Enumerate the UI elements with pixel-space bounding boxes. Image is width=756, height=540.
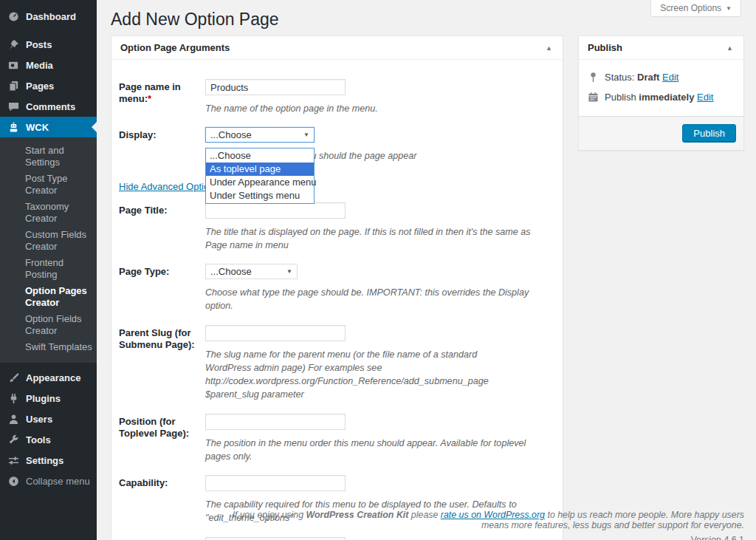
calendar-icon [588,92,599,103]
publish-panel-title: Publish [588,42,622,53]
screen-options-button[interactable]: Screen Options ▼ [650,0,741,17]
schedule-value: immediately [639,92,694,103]
admin-content: Screen Options ▼ Add New Option Page Opt… [97,0,756,540]
field-description: The slug name for the parent menu (or th… [205,348,515,402]
comment-icon [8,101,19,112]
submenu-item-custom-fields-creator[interactable]: Custom Fields Creator [0,227,97,255]
form-row-display: Display: ...Choose ▼ Choose where in the… [119,127,548,163]
status-value: Draft [637,72,659,83]
sidebar-item-settings[interactable]: Settings [0,450,97,471]
field-description: Choose what type the page should be. IMP… [205,286,530,313]
select-caret-icon: ▼ [286,268,292,275]
dropdown-option-toplevel[interactable]: As toplevel page [206,163,314,176]
sliders-icon [8,455,19,466]
sidebar-item-label: Settings [26,455,63,466]
wck-robot-icon [8,122,19,133]
field-label: Page Title: [119,202,205,253]
form-row-page-title: Page Title: The title that is displayed … [119,202,548,253]
publish-panel: Publish ▲ Status: Draft Edit Publish imm… [578,35,744,151]
sidebar-item-tools[interactable]: Tools [0,429,97,450]
footer-brand: WordPress Creation Kit [306,510,409,520]
display-select[interactable]: ...Choose ▼ [205,127,315,143]
submenu-item-taxonomy-creator[interactable]: Taxonomy Creator [0,199,97,227]
field-description: The name of the option page in the menu. [205,102,530,115]
publish-button[interactable]: Publish [682,124,736,143]
submenu-item-post-type-creator[interactable]: Post Type Creator [0,171,97,199]
schedule-line: Publish immediately Edit [588,92,735,103]
footer-thanks-text: If you enjoy using WordPress Creation Ki… [205,510,744,530]
edit-schedule-link[interactable]: Edit [697,92,713,103]
field-label: Position (for Toplevel Page): [119,414,205,464]
sidebar-item-comments[interactable]: Comments [0,96,97,117]
sidebar-item-label: Plugins [26,393,61,404]
dashboard-icon [8,11,19,22]
submenu-item-swift-templates[interactable]: Swift Templates [0,339,97,355]
option-page-arguments-panel: Option Page Arguments ▲ Page name in men… [111,35,563,540]
sidebar-item-pages[interactable]: Pages [0,75,97,96]
submenu-item-frontend-posting[interactable]: Frontend Posting [0,255,97,283]
field-description: The title that is displayed on the page.… [205,225,548,253]
sidebar-item-plugins[interactable]: Plugins [0,388,97,409]
field-label: Parent Slug (for Submenu Page): [119,325,205,402]
edit-status-link[interactable]: Edit [662,72,678,83]
form-row-page-name: Page name in menu:* The name of the opti… [119,79,548,115]
required-marker: * [148,93,151,104]
sidebar-item-label: Collapse menu [26,476,90,487]
chevron-down-icon: ▼ [726,5,732,12]
rate-us-link[interactable]: rate us on WordPress.org [441,510,545,520]
pushpin-icon [8,39,19,50]
admin-footer: If you enjoy using WordPress Creation Ki… [205,510,744,540]
parent-slug-input[interactable] [205,325,346,341]
submenu-item-option-pages-creator[interactable]: Option Pages Creator [0,283,97,311]
submenu-item-start-and-settings[interactable]: Start and Settings [0,143,97,171]
sidebar-item-users[interactable]: Users [0,409,97,429]
dropdown-option-settings[interactable]: Under Settings menu [206,189,314,202]
publish-panel-header: Publish ▲ [579,36,743,60]
sidebar-item-collapse-menu[interactable]: Collapse menu [0,471,97,491]
hide-advanced-options-link[interactable]: Hide Advanced Options [119,181,219,192]
field-description: The position in the menu order this menu… [205,437,548,464]
sidebar-item-media[interactable]: Media [0,55,97,75]
field-label: Capability: [119,475,205,525]
sidebar-item-label: WCK [26,122,49,133]
collapse-toggle-icon[interactable]: ▲ [725,44,735,52]
publishing-actions: Publish [579,116,743,150]
panel-body: Page name in menu:* The name of the opti… [111,60,563,540]
schedule-text: Publish immediately Edit [605,92,713,103]
wck-submenu: Start and Settings Post Type Creator Tax… [0,137,97,363]
field-label: Display: [119,127,205,163]
collapse-toggle-icon[interactable]: ▲ [544,44,554,52]
select-caret-icon: ▼ [303,131,309,138]
form-row-position: Position (for Toplevel Page): The positi… [119,414,548,464]
dropdown-option-appearance[interactable]: Under Appearance menu [206,176,314,189]
sidebar-item-label: Tools [26,434,51,445]
form-row-parent-slug: Parent Slug (for Submenu Page): The slug… [119,325,548,402]
sidebar-item-label: Appearance [26,372,80,383]
submenu-item-option-fields-creator[interactable]: Option Fields Creator [0,311,97,339]
sidebar-item-label: Media [26,60,53,71]
capability-input[interactable] [205,475,346,491]
sidebar-item-dashboard[interactable]: Dashboard [0,6,97,27]
page-type-select[interactable]: ...Choose ▼ [205,264,298,279]
user-icon [8,414,19,425]
media-icon [8,60,19,71]
collapse-arrow-icon [8,476,19,487]
position-input[interactable] [205,414,346,430]
display-select-dropdown: ...Choose As toplevel page Under Appeara… [205,148,315,204]
field-label: Page Type: [119,264,205,313]
advanced-options-row: Hide Advanced Options [119,181,548,192]
panel-title: Option Page Arguments [120,42,230,53]
publish-panel-body: Status: Draft Edit Publish immediately E… [579,60,743,116]
sidebar-item-wck[interactable]: WCK [0,117,97,137]
brush-icon [8,372,19,383]
sidebar-item-posts[interactable]: Posts [0,34,97,55]
screen-options-label: Screen Options [660,3,721,13]
wrench-icon [8,434,19,445]
sidebar-item-label: Users [26,414,52,425]
dropdown-option-choose[interactable]: ...Choose [206,149,314,163]
sidebar-item-appearance[interactable]: Appearance [0,367,97,388]
page-title-input[interactable] [205,202,346,219]
field-label: Page name in menu:* [119,79,205,115]
admin-sidebar: Dashboard Posts Media Pages Comments WCK… [0,0,97,540]
page-name-input[interactable] [205,79,346,95]
